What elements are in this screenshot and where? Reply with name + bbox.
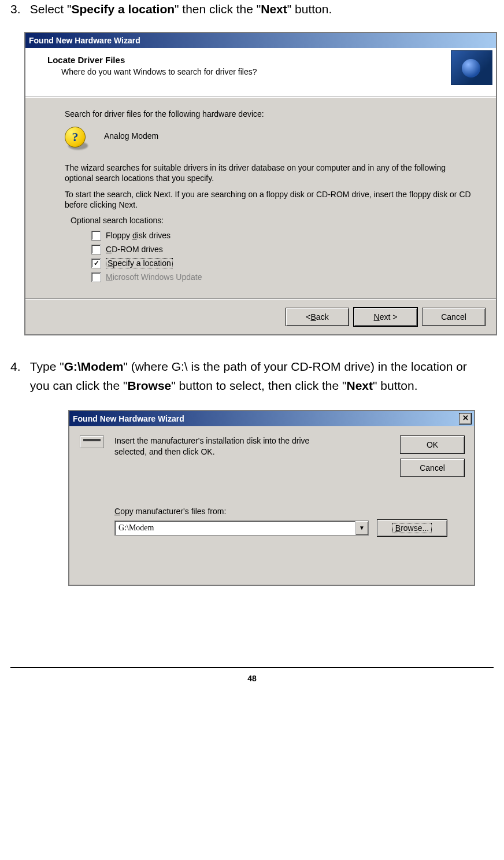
wizard1-header-subtitle: Where do you want Windows to search for …: [61, 67, 488, 76]
path-input[interactable]: G:\Modem: [114, 521, 355, 536]
wizard1-title: Found New Hardware Wizard: [29, 36, 140, 45]
search-label: Search for driver files for the followin…: [65, 109, 473, 119]
wizard1-para1: The wizard searches for suitable drivers…: [65, 163, 473, 183]
next-button[interactable]: Next >: [354, 308, 417, 326]
wizard1-header: Locate Driver Files Where do you want Wi…: [25, 48, 496, 97]
wizard2-titlebar[interactable]: Found New Hardware Wizard ✕: [69, 411, 474, 426]
checkbox-label: Microsoft Windows Update: [106, 272, 202, 282]
browse-button[interactable]: Browse...: [377, 519, 447, 537]
checkbox-label: Floppy disk drives: [106, 231, 171, 240]
checkbox-icon[interactable]: [91, 245, 101, 254]
dropdown-arrow-icon[interactable]: ▼: [355, 521, 369, 536]
page-number: 48: [10, 667, 494, 683]
checkbox-option-1[interactable]: CD-ROM drives: [91, 242, 473, 256]
step3-number: 3.: [10, 0, 27, 19]
cancel-button-2[interactable]: Cancel: [400, 459, 465, 477]
optional-locations-label: Optional search locations:: [71, 216, 473, 225]
insert-disk-instruction: Insert the manufacturer's installation d…: [114, 435, 334, 456]
floppy-disk-icon: [80, 435, 104, 448]
checkbox-icon[interactable]: [91, 231, 101, 241]
checkbox-option-2[interactable]: ✓Specify a location: [91, 256, 473, 270]
ok-button[interactable]: OK: [400, 435, 465, 454]
device-name: Analog Modem: [104, 127, 158, 141]
wizard2-title: Found New Hardware Wizard: [73, 414, 184, 423]
wizard-locate-driver-files: Found New Hardware Wizard Locate Driver …: [24, 32, 497, 336]
hardware-banner-icon: [451, 50, 492, 85]
checkbox-option-3: Microsoft Windows Update: [91, 270, 473, 284]
checkbox-option-0[interactable]: Floppy disk drives: [91, 228, 473, 242]
copy-from-label: Copy manufacturer's files from:: [114, 507, 465, 516]
path-combobox[interactable]: G:\Modem ▼: [114, 521, 369, 536]
step4-number: 4.: [10, 357, 27, 377]
back-button[interactable]: < Back: [286, 308, 349, 326]
unknown-device-icon: ?: [65, 127, 89, 151]
wizard-copy-files: Found New Hardware Wizard ✕ Insert the m…: [68, 410, 475, 586]
checkbox-icon: [91, 272, 101, 282]
checkbox-label: Specify a location: [108, 259, 171, 268]
cancel-button[interactable]: Cancel: [422, 308, 486, 326]
wizard1-titlebar[interactable]: Found New Hardware Wizard: [25, 33, 496, 48]
close-button[interactable]: ✕: [459, 413, 472, 425]
checkbox-label: CD-ROM drives: [106, 245, 163, 254]
step3-text: Select "Specify a location" then click t…: [30, 0, 487, 19]
wizard1-para2: To start the search, click Next. If you …: [65, 189, 473, 210]
step4-text: Type "G:\Modem" (where G:\ is the path o…: [30, 357, 487, 395]
checkbox-icon[interactable]: ✓: [91, 259, 101, 268]
wizard1-header-title: Locate Driver Files: [47, 55, 488, 65]
